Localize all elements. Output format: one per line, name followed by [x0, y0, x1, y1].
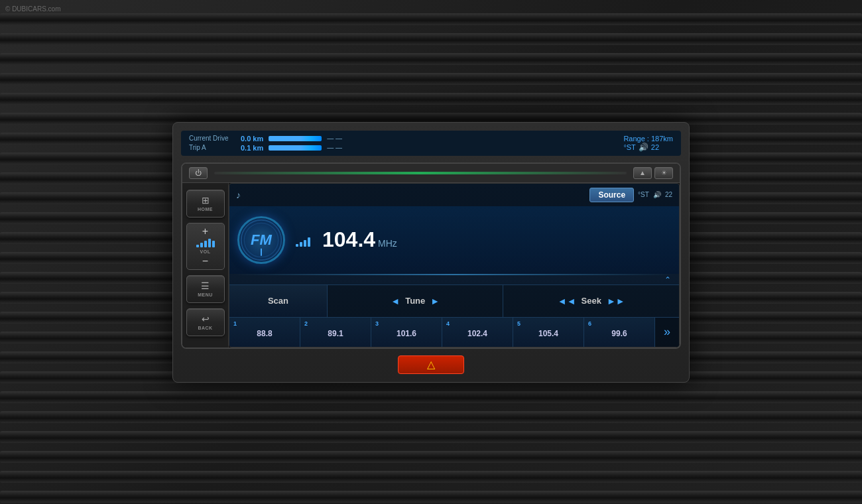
tune-label: Tune	[405, 296, 425, 306]
vol-bar-4	[208, 239, 211, 247]
light-button[interactable]: ☀	[654, 167, 673, 179]
preset-3-freq: 101.6	[397, 329, 416, 338]
hazard-area: △	[181, 355, 681, 374]
hazard-button[interactable]: △	[398, 355, 464, 374]
vol-bar-5	[212, 241, 215, 247]
current-drive-bar	[269, 136, 322, 141]
menu-button[interactable]: ☰ MENU	[186, 275, 225, 303]
eject-button[interactable]: ▲	[633, 167, 652, 179]
screen-status: Source °ST 🔊 22	[589, 188, 672, 202]
trip-a-value: 0.1 km	[241, 144, 263, 152]
chevron-up[interactable]: ⌃	[229, 275, 679, 284]
seek-left-arrow[interactable]: ◄◄	[558, 296, 576, 306]
music-icon: ♪	[236, 190, 241, 200]
main-screen: ♪ Source °ST 🔊 22 FM	[229, 183, 680, 347]
current-drive-label: Current Drive	[189, 135, 235, 142]
preset-4-num: 4	[446, 320, 450, 327]
fm-display-area: FM	[229, 206, 679, 274]
watermark-text: © DUBICARS.com	[5, 5, 61, 13]
car-panel: © DUBICARS.com Current Drive 0.0 km — — …	[0, 0, 862, 504]
power-icon: ⏻	[195, 169, 202, 176]
preset-5-freq: 105.4	[538, 329, 558, 338]
left-sidebar: ⊞ HOME + VOL −	[182, 183, 229, 347]
scan-label: Scan	[268, 296, 288, 306]
power-button[interactable]: ⏻	[189, 167, 208, 179]
fm-wave-svg	[239, 218, 283, 262]
preset-1-num: 1	[233, 320, 237, 327]
frequency-unit: MHz	[378, 238, 397, 249]
top-right-buttons: ▲ ☀	[633, 167, 673, 179]
volume-level: 22	[665, 191, 672, 198]
trip-a-dash: — —	[327, 144, 342, 151]
volume-icon: 🔊	[653, 191, 661, 198]
fm-logo: FM	[237, 216, 285, 264]
tune-left-arrow[interactable]: ◄	[391, 296, 400, 306]
instrument-cluster: Current Drive 0.0 km — — Trip A 0.1 km —…	[181, 131, 681, 156]
preset-1[interactable]: 1 88.8	[229, 318, 300, 347]
preset-3-num: 3	[375, 320, 379, 327]
volume-control[interactable]: + VOL −	[186, 223, 225, 270]
control-buttons: Scan ◄ Tune ► ◄◄ Seek ►►	[229, 284, 679, 317]
tune-section[interactable]: ◄ Tune ►	[328, 285, 504, 317]
preset-6-freq: 99.6	[611, 329, 627, 338]
seek-section[interactable]: ◄◄ Seek ►►	[503, 285, 679, 317]
signal-bar-1	[296, 244, 298, 247]
source-button[interactable]: Source	[589, 188, 634, 202]
preset-5[interactable]: 5 105.4	[513, 318, 584, 347]
vol-label: VOL	[200, 249, 211, 254]
seek-label: Seek	[582, 296, 601, 306]
vol-bar-1	[196, 245, 199, 247]
presets-row: 1 88.8 2 89.1 3 101.6 4	[229, 317, 679, 347]
preset-2[interactable]: 2 89.1	[300, 318, 371, 347]
temp-display: °ST 🔊 22	[623, 143, 673, 152]
frequency-display: 104.4 MHz	[322, 227, 397, 252]
vol-bar-2	[200, 243, 203, 247]
vol-bar-3	[204, 241, 207, 247]
signal-bar-2	[300, 242, 302, 247]
volume-up-button[interactable]: +	[188, 226, 223, 237]
cd-slot	[214, 172, 627, 174]
preset-6[interactable]: 6 99.6	[584, 318, 655, 347]
scan-button[interactable]: Scan	[229, 285, 328, 317]
st-label: °ST	[638, 191, 649, 198]
current-drive-row: Current Drive 0.0 km — —	[189, 135, 342, 143]
range-display: Range : 187km	[623, 135, 673, 143]
preset-3[interactable]: 3 101.6	[371, 318, 442, 347]
trip-a-row: Trip A 0.1 km — —	[189, 144, 342, 152]
tune-right-arrow[interactable]: ►	[430, 296, 440, 306]
volume-bars	[196, 239, 215, 247]
back-button[interactable]: ↩ BACK	[186, 308, 225, 336]
back-label: BACK	[198, 326, 212, 330]
preset-5-num: 5	[517, 320, 521, 327]
hazard-icon: △	[427, 358, 435, 371]
preset-2-freq: 89.1	[328, 329, 343, 338]
preset-6-num: 6	[588, 320, 591, 327]
eject-icon: ▲	[639, 169, 646, 176]
volume-down-button[interactable]: −	[188, 256, 223, 267]
preset-2-num: 2	[304, 320, 308, 327]
signal-bar-4	[308, 237, 310, 247]
menu-icon: ☰	[201, 281, 210, 291]
seek-right-arrow[interactable]: ►►	[607, 296, 625, 306]
signal-icon	[296, 233, 312, 247]
frequency-value: 104.4	[322, 227, 375, 252]
home-icon: ⊞	[202, 195, 210, 206]
screen-header: ♪ Source °ST 🔊 22	[229, 184, 679, 206]
cluster-left: Current Drive 0.0 km — — Trip A 0.1 km —…	[189, 135, 342, 152]
home-label: HOME	[198, 207, 213, 212]
menu-label: MENU	[198, 292, 213, 297]
center-unit: Current Drive 0.0 km — — Trip A 0.1 km —…	[172, 122, 690, 383]
preset-next-button[interactable]: »	[655, 318, 679, 347]
cluster-right: Range : 187km °ST 🔊 22	[623, 135, 673, 152]
current-drive-value: 0.0 km	[241, 135, 263, 143]
light-icon: ☀	[661, 169, 667, 176]
preset-1-freq: 88.8	[257, 329, 272, 338]
signal-bar-3	[304, 240, 306, 247]
current-drive-dash: — —	[327, 135, 342, 142]
preset-4-freq: 102.4	[467, 329, 487, 338]
trip-a-bar	[269, 145, 322, 151]
home-button[interactable]: ⊞ HOME	[186, 190, 225, 218]
back-icon: ↩	[202, 314, 210, 324]
preset-4[interactable]: 4 102.4	[442, 318, 513, 347]
trip-a-label: Trip A	[189, 144, 235, 151]
